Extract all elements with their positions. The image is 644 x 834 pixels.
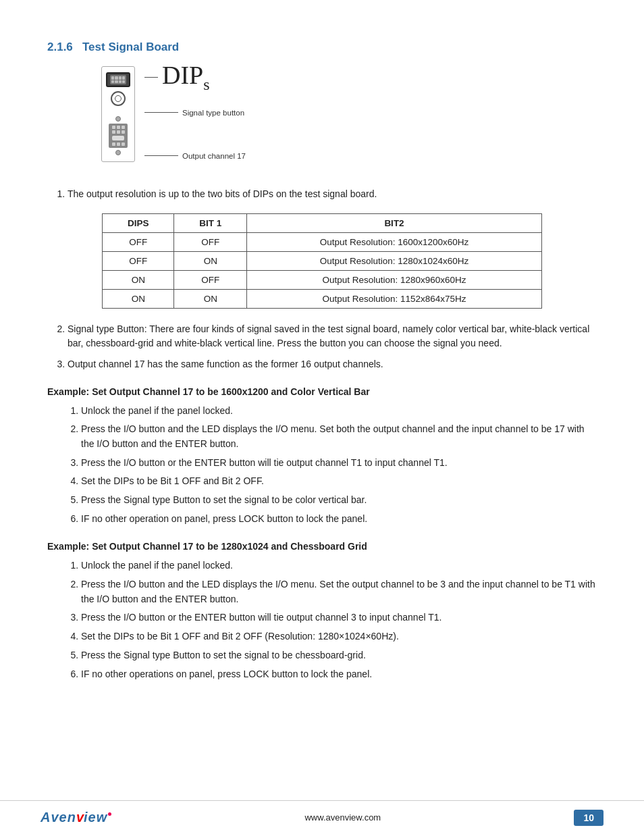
dip-chip — [106, 72, 130, 87]
output-channel-label-row: Output channel 17 — [144, 152, 246, 160]
signal-type-connector — [144, 112, 178, 113]
table-row: OFFONOutput Resolution: 1280x1024x60Hz — [103, 251, 541, 270]
signal-type-button — [111, 91, 126, 106]
dip-pin-5 — [111, 80, 114, 84]
list-item-1: The output resolution is up to the two b… — [68, 187, 597, 201]
example1-step: Press the Signal type Button to set the … — [81, 493, 597, 508]
output-channel-label: Output channel 17 — [182, 152, 246, 160]
dip-pin-7 — [119, 80, 122, 84]
list-item-3: Output channel 17 has the same function … — [68, 357, 597, 371]
dip-toggle — [112, 136, 124, 140]
table-cell: OFF — [103, 232, 174, 251]
example2-step: Press the I/O button and the LED display… — [81, 577, 597, 606]
example1-list: Unlock the panel if the panel locked.Pre… — [81, 404, 597, 527]
example2-heading: Example: Set Output Channel 17 to be 128… — [47, 541, 597, 552]
dips-line — [144, 77, 158, 78]
diagram-labels: DIPs Signal type button Output channel 1… — [144, 66, 246, 168]
item-2-text: Signal type Button: There are four kinds… — [68, 323, 589, 348]
table-cell: OFF — [174, 270, 247, 289]
signal-type-label: Signal type button — [182, 109, 244, 117]
table-cell: Output Resolution: 1280x960x60Hz — [247, 270, 541, 289]
dip-pin-1 — [111, 76, 114, 80]
dip-switch-row-3 — [112, 142, 125, 146]
table-cell: Output Resolution: 1600x1200x60Hz — [247, 232, 541, 251]
table-cell: Output Resolution: 1280x1024x60Hz — [247, 251, 541, 270]
dip-pin-3 — [119, 76, 122, 80]
footer-logo: Avenview — [41, 810, 111, 825]
dip-pin-6 — [115, 80, 117, 84]
dip-switch-row-1 — [112, 126, 125, 129]
logo-text: Aven — [41, 810, 76, 825]
dip-pin-4 — [122, 76, 125, 80]
list-item-2: Signal type Button: There are four kinds… — [68, 322, 597, 350]
example1-step: IF no other operation on panel, press LO… — [81, 512, 597, 527]
main-numbered-list-2: Signal type Button: There are four kinds… — [68, 322, 597, 371]
table-row: ONONOutput Resolution: 1152x864x75Hz — [103, 289, 541, 308]
col-dips: DIPS — [103, 213, 174, 232]
logo-accent: v — [76, 810, 84, 825]
intro-text: The output resolution is up to the two b… — [68, 188, 377, 199]
dip-pin-2 — [115, 76, 117, 80]
footer-page-number: 10 — [574, 810, 603, 826]
output-channel-block — [109, 115, 128, 156]
item-3-text: Output channel 17 has the same function … — [68, 359, 383, 369]
example1-step: Press the I/O button or the ENTER button… — [81, 456, 597, 471]
logo-text-2: iew — [84, 810, 107, 825]
table-header-row: DIPS BIT 1 BIT2 — [103, 213, 541, 232]
dip-pin-8 — [122, 80, 125, 84]
section-heading: 2.1.6 Test Signal Board — [47, 41, 597, 54]
logo-dot — [108, 812, 111, 816]
table-cell: ON — [174, 251, 247, 270]
main-numbered-list: The output resolution is up to the two b… — [68, 187, 597, 201]
dip-switch-block — [109, 124, 128, 148]
table-cell: ON — [174, 289, 247, 308]
example2-step: IF no other operations on panel, press L… — [81, 667, 597, 682]
table-body: OFFOFFOutput Resolution: 1600x1200x60HzO… — [103, 232, 541, 308]
example1-step: Press the I/O button and the LED display… — [81, 422, 597, 451]
example2-step: Press the Signal type Button to set the … — [81, 648, 597, 663]
table-row: ONOFFOutput Resolution: 1280x960x60Hz — [103, 270, 541, 289]
dip-chip-inner — [110, 75, 126, 84]
led-bottom — [115, 150, 121, 155]
output-channel-connector — [144, 155, 178, 156]
table-header: DIPS BIT 1 BIT2 — [103, 213, 541, 232]
signal-button-inner — [115, 95, 122, 102]
table-row: OFFOFFOutput Resolution: 1600x1200x60Hz — [103, 232, 541, 251]
section-number: 2.1.6 — [47, 41, 73, 53]
diagram-area: DIPs Signal type button Output channel 1… — [101, 66, 597, 168]
table-cell: ON — [103, 270, 174, 289]
example1-step: Unlock the panel if the panel locked. — [81, 404, 597, 419]
footer-url: www.avenview.com — [304, 812, 381, 823]
example2-step: Unlock the panel if the panel locked. — [81, 558, 597, 573]
led-top — [115, 116, 121, 122]
board-diagram — [101, 66, 135, 162]
example2-step: Press the I/O button or the ENTER button… — [81, 610, 597, 625]
table-cell: OFF — [174, 232, 247, 251]
example1-heading: Example: Set Output Channel 17 to be 160… — [47, 386, 597, 397]
dip-switch-row-2 — [112, 130, 125, 134]
dips-label-area: DIPs — [144, 62, 246, 95]
table-cell: OFF — [103, 251, 174, 270]
page-footer: Avenview www.avenview.com 10 — [0, 800, 644, 834]
signal-type-label-row: Signal type button — [144, 109, 246, 117]
example1-step: Set the DIPs to be Bit 1 OFF and Bit 2 O… — [81, 474, 597, 489]
section-title: Test Signal Board — [82, 41, 179, 53]
resolution-table: DIPS BIT 1 BIT2 OFFOFFOutput Resolution:… — [102, 213, 541, 309]
example2-list: Unlock the panel if the panel locked.Pre… — [81, 558, 597, 681]
example2-step: Set the DIPs to be Bit 1 OFF and Bit 2 O… — [81, 629, 597, 644]
dips-big-label: DIPs — [162, 62, 210, 93]
table-cell: Output Resolution: 1152x864x75Hz — [247, 289, 541, 308]
col-bit2: BIT2 — [247, 213, 541, 232]
col-bit1: BIT 1 — [174, 213, 247, 232]
table-cell: ON — [103, 289, 174, 308]
